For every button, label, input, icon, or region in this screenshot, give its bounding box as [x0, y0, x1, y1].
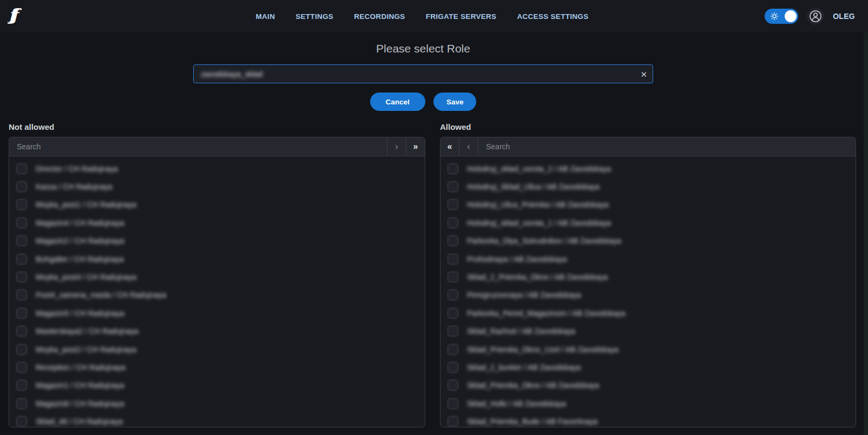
move-right-button[interactable]: ›: [387, 137, 406, 156]
list-item[interactable]: Sklad_Priemka_Okno_Uzel / AB Zavodskaya: [440, 340, 856, 358]
list-item[interactable]: Magazin4 / CH Radujnaya: [9, 214, 425, 232]
list-item[interactable]: Magazin5 / CH Radujnaya: [9, 304, 425, 322]
row-checkbox[interactable]: [448, 235, 458, 246]
row-checkbox[interactable]: [16, 398, 27, 409]
row-checkbox[interactable]: [448, 272, 458, 282]
list-item[interactable]: Magazin2 / CH Radujnaya: [9, 232, 425, 250]
nav-item-access-settings[interactable]: ACCESS SETTINGS: [517, 12, 588, 21]
page-title: Please select Role: [193, 42, 653, 55]
row-checkbox[interactable]: [448, 344, 458, 355]
list-item[interactable]: Prohodnaya / AB Zavodskaya: [440, 250, 856, 268]
row-checkbox[interactable]: [16, 163, 27, 174]
not-allowed-toolbar: › »: [9, 137, 425, 156]
row-checkbox[interactable]: [16, 362, 27, 373]
cancel-button[interactable]: Cancel: [370, 93, 425, 111]
top-navbar: ƒƒ MAIN SETTINGS RECORDINGS FRIGATE SERV…: [0, 0, 868, 32]
chevron-double-right-icon: »: [413, 142, 418, 151]
row-checkbox[interactable]: [448, 254, 458, 265]
camera-label: Post4_zamena_masla / CH Radujnaya: [36, 291, 166, 299]
user-avatar-icon[interactable]: [807, 8, 824, 25]
camera-label: Holodnyj_Sklad_Ulica / AB Zavodskaya: [467, 182, 600, 191]
row-checkbox[interactable]: [448, 362, 458, 373]
allowed-search-input[interactable]: [478, 137, 856, 156]
list-item[interactable]: Holodnyj_Ulica_Priemka / AB Zavodskaya: [440, 196, 856, 214]
camera-label: Masterskaya2 / CH Radujnaya: [36, 327, 139, 335]
row-checkbox[interactable]: [448, 326, 458, 337]
row-checkbox[interactable]: [448, 181, 458, 192]
list-item[interactable]: Sklad_2_bunker / AB Zavodskaya: [440, 358, 856, 376]
camera-label: Sklad_Priemka_Bude / AB Favoritnaya: [467, 417, 597, 426]
list-item[interactable]: Masterskaya2 / CH Radujnaya: [9, 322, 425, 340]
list-item[interactable]: Kassa / CH Radujnaya: [9, 177, 425, 195]
nav-item-main[interactable]: MAIN: [256, 12, 275, 21]
sun-icon: [770, 11, 779, 21]
row-checkbox[interactable]: [16, 217, 27, 228]
list-item[interactable]: Parkovka_Dlya_Sotrudnikov / AB Zavodskay…: [440, 232, 856, 250]
list-item[interactable]: Buhgalter / CH Radujnaya: [9, 250, 425, 268]
list-item[interactable]: Holodnyj_sklad_vorota_1 / AB Zavodskaya: [440, 214, 856, 232]
move-all-left-button[interactable]: «: [440, 137, 459, 156]
list-item[interactable]: Sklad_Priemka_Okno / AB Zavodskaya: [440, 377, 856, 394]
row-checkbox[interactable]: [16, 289, 27, 300]
camera-label: Director / CH Radujnaya: [36, 164, 118, 173]
camera-label: Sklad_Holki / AB Zavodskaya: [467, 399, 566, 408]
list-item[interactable]: Magazin8 / CH Radujnaya: [9, 394, 425, 412]
list-item[interactable]: Sklad_Razhod / AB Zavodskaya: [440, 322, 856, 340]
row-checkbox[interactable]: [448, 380, 458, 391]
toggle-knob: [785, 10, 797, 22]
list-item[interactable]: Parkovka_Pered_Magazinom / AB Zavodskaya: [440, 304, 856, 322]
list-item[interactable]: Peregruzovnaya / AB Zavodskaya: [440, 286, 856, 304]
not-allowed-search-input[interactable]: [9, 137, 387, 156]
list-item[interactable]: Post4_zamena_masla / CH Radujnaya: [9, 286, 425, 304]
page-scrollbar[interactable]: [864, 32, 868, 435]
row-checkbox[interactable]: [16, 326, 27, 337]
list-item[interactable]: Sklad_Holki / AB Zavodskaya: [440, 394, 856, 412]
nav-item-settings[interactable]: SETTINGS: [295, 12, 333, 21]
row-checkbox[interactable]: [448, 308, 458, 319]
list-item[interactable]: Moyka_post2 / CH Radujnaya: [9, 340, 425, 358]
save-button[interactable]: Save: [433, 93, 477, 111]
user-name[interactable]: OLEG: [833, 12, 855, 21]
list-item[interactable]: Director / CH Radujnaya: [9, 160, 425, 177]
move-all-right-button[interactable]: »: [406, 137, 425, 156]
camera-label: Peregruzovnaya / AB Zavodskaya: [467, 291, 581, 299]
row-checkbox[interactable]: [448, 289, 458, 300]
row-checkbox[interactable]: [448, 398, 458, 409]
chevron-double-left-icon: «: [448, 142, 452, 151]
row-checkbox[interactable]: [16, 380, 27, 391]
row-checkbox[interactable]: [16, 235, 27, 246]
theme-toggle[interactable]: [765, 9, 798, 24]
list-item[interactable]: Sklad_2_Priemka_Okno / AB Zavodskaya: [440, 268, 856, 286]
camera-label: Reception / CH Radujnaya: [36, 363, 126, 372]
nav-item-frigate-servers[interactable]: FRIGATE SERVERS: [426, 12, 497, 21]
clear-icon[interactable]: ✕: [640, 70, 647, 78]
not-allowed-list: Director / CH RadujnayaKassa / CH Radujn…: [9, 156, 425, 427]
camera-label: Moyka_post2 / CH Radujnaya: [36, 345, 136, 354]
nav-item-recordings[interactable]: RECORDINGS: [354, 12, 405, 21]
row-checkbox[interactable]: [16, 416, 27, 427]
list-item[interactable]: Magazin1 / CH Radujnaya: [9, 377, 425, 394]
navbar-right: OLEG: [765, 0, 855, 32]
list-item[interactable]: Moyka_post1 / CH Radujnaya: [9, 196, 425, 214]
camera-label: Magazin5 / CH Radujnaya: [36, 309, 124, 318]
list-item[interactable]: Holodnyj_sklad_vorota_2 / AB Zavodskaya: [440, 160, 856, 177]
row-checkbox[interactable]: [448, 163, 458, 174]
row-checkbox[interactable]: [448, 199, 458, 210]
role-input[interactable]: zavodskaya_sklad ✕: [193, 64, 653, 83]
row-checkbox[interactable]: [16, 272, 27, 282]
row-checkbox[interactable]: [16, 181, 27, 192]
camera-label: Magazin8 / CH Radujnaya: [36, 399, 124, 408]
form-buttons: Cancel Save: [193, 93, 653, 111]
row-checkbox[interactable]: [16, 344, 27, 355]
list-item[interactable]: Sklad_Priemka_Bude / AB Favoritnaya: [440, 412, 856, 427]
row-checkbox[interactable]: [16, 308, 27, 319]
row-checkbox[interactable]: [448, 416, 458, 427]
move-left-button[interactable]: ‹: [459, 137, 478, 156]
row-checkbox[interactable]: [16, 254, 27, 265]
list-item[interactable]: Moyka_post4 / CH Radujnaya: [9, 268, 425, 286]
row-checkbox[interactable]: [448, 217, 458, 228]
list-item[interactable]: Sklad_48 / CH Radujnaya: [9, 412, 425, 427]
list-item[interactable]: Reception / CH Radujnaya: [9, 358, 425, 376]
list-item[interactable]: Holodnyj_Sklad_Ulica / AB Zavodskaya: [440, 177, 856, 195]
row-checkbox[interactable]: [16, 199, 27, 210]
